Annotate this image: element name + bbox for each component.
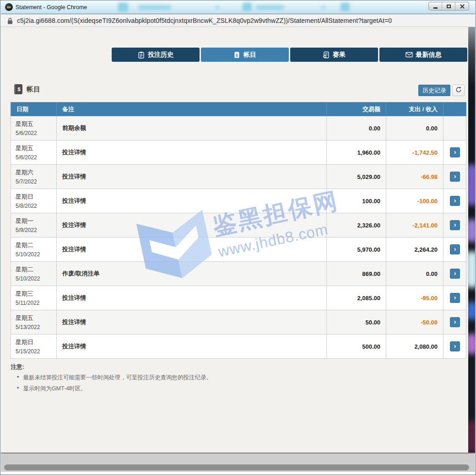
- chevron-right-icon: ›: [454, 197, 456, 204]
- chevron-right-icon: ›: [454, 173, 456, 179]
- row-note: 投注详情: [57, 213, 327, 238]
- row-net: -66.98: [386, 165, 444, 189]
- refresh-button[interactable]: [452, 85, 465, 96]
- header-date: 日期: [11, 103, 57, 116]
- window-controls: [428, 2, 469, 11]
- tab-latest-news[interactable]: 最新信息: [379, 48, 467, 62]
- row-net: -100.00: [386, 189, 444, 213]
- row-weekday: 星期六: [16, 168, 54, 177]
- row-amount: 869.00: [327, 262, 386, 286]
- account-ledger-icon: $: [233, 51, 240, 59]
- detail-button[interactable]: ›: [450, 341, 460, 351]
- chevron-right-icon: ›: [454, 318, 456, 325]
- row-net: 0.00: [386, 116, 444, 140]
- tab-results[interactable]: 赛果: [290, 48, 378, 62]
- window-titlebar: BR Statement - Google Chrome: [1, 0, 475, 14]
- row-date: 5/15/2022: [16, 348, 54, 355]
- history-record-button[interactable]: 历史记录: [418, 85, 450, 96]
- header-actions: [444, 103, 466, 116]
- row-weekday: 星期二: [16, 241, 54, 249]
- svg-text:$: $: [236, 53, 238, 57]
- detail-button[interactable]: ›: [450, 293, 460, 303]
- notes-list: 最新未结算投注可能需要一些时间处理，可至投注历史查询您的投注纪录。 显示时间为G…: [11, 374, 212, 393]
- tab-label: 最新信息: [416, 51, 442, 59]
- scrollbar-thumb[interactable]: [4, 464, 469, 470]
- horizontal-scrollbar[interactable]: [1, 453, 475, 472]
- detail-button[interactable]: ›: [450, 244, 460, 254]
- blurred-tab-icon: [243, 3, 252, 11]
- bet-history-icon: [138, 51, 145, 59]
- minimize-button[interactable]: [429, 2, 442, 10]
- detail-button[interactable]: ›: [450, 172, 460, 182]
- maximize-button[interactable]: [442, 2, 455, 10]
- tab-account[interactable]: $ 帐目: [201, 48, 289, 62]
- row-note: 投注详情: [57, 189, 327, 213]
- table-row: 星期二 5/10/2022 作废/取消注单 869.00 0.00 ›: [11, 262, 466, 286]
- row-note: 投注详情: [57, 335, 327, 359]
- detail-button[interactable]: ›: [450, 147, 460, 157]
- row-amount: 500.00: [327, 335, 386, 359]
- table-row: 星期三 5/11/2022 投注详情 2,085.00 -95.00 ›: [11, 286, 466, 310]
- lock-icon[interactable]: [7, 17, 13, 24]
- row-amount: 100.00: [327, 189, 386, 213]
- table-row: 星期二 5/10/2022 投注详情 5,970.00 2,264.20 ›: [11, 238, 466, 262]
- account-book-icon: $: [14, 84, 22, 94]
- tab-label: 投注历史: [148, 51, 173, 59]
- blurred-tab-label: [138, 5, 171, 10]
- url-text: c5j2ia.gi6688.com/(S(xideqseTI9Z6onlvabp…: [17, 17, 392, 24]
- row-date: 5/10/2022: [16, 275, 54, 282]
- browser-window: { "window": { "title": "Statement - Goog…: [0, 0, 476, 475]
- row-net: -2,141.00: [386, 213, 444, 238]
- background-glow: [468, 334, 475, 354]
- row-date: 5/6/2022: [16, 130, 54, 136]
- row-weekday: 星期三: [16, 290, 54, 298]
- header-note: 备注: [57, 103, 327, 116]
- results-icon: [323, 51, 330, 59]
- row-net: -95.00: [386, 286, 444, 310]
- row-note: 作废/取消注单: [57, 262, 327, 286]
- chevron-right-icon: ›: [454, 343, 456, 349]
- row-net: 0.00: [386, 262, 444, 286]
- row-weekday: 星期日: [16, 193, 54, 201]
- tab-label: 帐目: [243, 51, 256, 59]
- table-header-row: 日期 备注 交易额 支出 / 收入: [11, 103, 466, 116]
- table-row: 星期五 5/13/2022 投注详情 50.00 -50.00 ›: [11, 310, 466, 335]
- chevron-right-icon: ›: [454, 149, 456, 155]
- minimize-icon: [433, 7, 438, 9]
- row-note: 投注详情: [57, 310, 327, 335]
- row-weekday: 星期一: [16, 217, 54, 225]
- background-glow: [468, 302, 475, 320]
- background-glow: [468, 421, 475, 453]
- row-date: 5/10/2022: [16, 251, 54, 258]
- tab-bet-history[interactable]: 投注历史: [112, 48, 200, 62]
- row-amount: 2,085.00: [327, 286, 386, 310]
- window-title: Statement - Google Chrome: [16, 4, 87, 11]
- row-amount: 1,960.00: [327, 140, 386, 165]
- row-date: 5/9/2022: [16, 227, 54, 233]
- detail-button[interactable]: ›: [450, 269, 460, 279]
- close-button[interactable]: [455, 2, 469, 10]
- detail-button[interactable]: ›: [450, 220, 460, 230]
- chevron-right-icon: ›: [454, 270, 456, 276]
- address-bar[interactable]: c5j2ia.gi6688.com/(S(xideqseTI9Z6onlvabp…: [1, 15, 475, 27]
- table-row: 星期五 5/6/2022 前期余额 0.00 0.00: [11, 116, 466, 140]
- row-note: 投注详情: [57, 238, 327, 262]
- header-amount: 交易额: [327, 103, 386, 116]
- row-weekday: 星期日: [16, 338, 54, 346]
- table-row: 星期一 5/9/2022 投注详情 2,326.00 -2,141.00 ›: [11, 213, 466, 238]
- blurred-dot: [215, 5, 219, 10]
- section-title: 帐目: [27, 85, 40, 94]
- blurred-dot: [321, 5, 325, 10]
- detail-button[interactable]: ›: [450, 317, 460, 327]
- background-strip: [468, 27, 475, 453]
- row-note: 前期余额: [57, 116, 327, 140]
- table-row: 星期日 5/8/2022 投注详情 100.00 -100.00 ›: [11, 189, 466, 213]
- row-date: 5/13/2022: [16, 324, 54, 330]
- nav-tabs: 投注历史 $ 帐目 赛果 最新信息: [112, 48, 467, 62]
- table-row: 星期六 5/7/2022 投注详情 5,029.00 -66.98 ›: [11, 165, 466, 189]
- row-net: -1,742.50: [386, 140, 444, 165]
- detail-button[interactable]: ›: [450, 196, 460, 206]
- chevron-right-icon: ›: [454, 294, 456, 301]
- background-glow: [468, 219, 475, 242]
- row-net: 2,264.20: [386, 238, 444, 262]
